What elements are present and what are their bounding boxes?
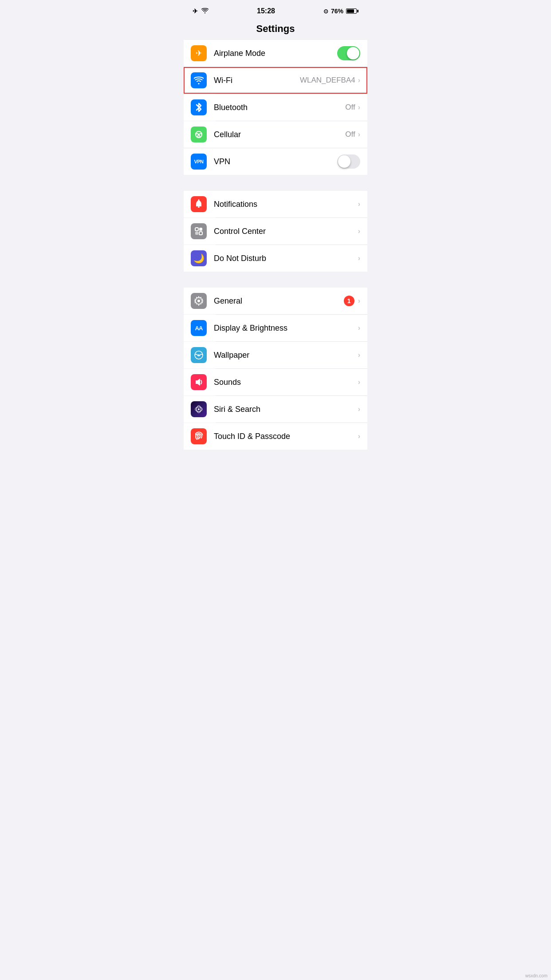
control-center-label: Control Center xyxy=(214,227,358,236)
bluetooth-icon xyxy=(191,99,207,115)
svg-rect-4 xyxy=(195,228,198,231)
cellular-icon xyxy=(191,126,207,142)
notifications-icon xyxy=(191,196,207,212)
row-control-center[interactable]: Control Center › xyxy=(184,218,367,245)
svg-rect-2 xyxy=(198,206,200,208)
svg-rect-5 xyxy=(199,228,202,231)
section-connectivity: ✈ Airplane Mode Wi-Fi WLAN_DEFBA4 › B xyxy=(184,40,367,175)
general-label: General xyxy=(214,296,344,306)
cellular-chevron: › xyxy=(358,130,360,138)
section-system2: General 1 › AA Display & Brightness › Wa… xyxy=(184,288,367,450)
svg-point-1 xyxy=(198,134,200,135)
wifi-label: Wi-Fi xyxy=(214,76,300,85)
status-left-icons: ✈ xyxy=(193,8,209,15)
section-gap-1 xyxy=(184,175,367,191)
general-badge: 1 xyxy=(344,296,354,306)
notifications-label: Notifications xyxy=(214,200,358,209)
bluetooth-value: Off xyxy=(345,103,355,112)
airplane-status-icon: ✈ xyxy=(193,8,198,15)
battery-percent: 76% xyxy=(331,8,343,15)
vpn-icon: VPN xyxy=(191,154,207,170)
siri-icon xyxy=(191,401,207,417)
airplane-label: Airplane Mode xyxy=(214,49,337,58)
lock-icon: ⊙ xyxy=(323,8,328,15)
svg-point-3 xyxy=(198,199,200,201)
svg-point-14 xyxy=(198,408,200,410)
row-vpn[interactable]: VPN VPN xyxy=(184,148,367,175)
siri-chevron: › xyxy=(358,405,360,413)
bluetooth-label: Bluetooth xyxy=(214,103,345,112)
display-brightness-label: Display & Brightness xyxy=(214,324,358,333)
touchid-label: Touch ID & Passcode xyxy=(214,432,358,441)
do-not-disturb-chevron: › xyxy=(358,254,360,262)
section-gap-2 xyxy=(184,272,367,288)
svg-rect-6 xyxy=(195,232,198,235)
sounds-icon xyxy=(191,374,207,390)
wifi-icon xyxy=(191,72,207,88)
row-cellular[interactable]: Cellular Off › xyxy=(184,121,367,148)
row-wallpaper[interactable]: Wallpaper › xyxy=(184,342,367,368)
battery-icon xyxy=(346,8,358,14)
svg-point-8 xyxy=(197,300,200,302)
row-airplane-mode[interactable]: ✈ Airplane Mode xyxy=(184,40,367,67)
control-center-chevron: › xyxy=(358,227,360,235)
status-bar: ✈ 15:28 ⊙ 76% xyxy=(184,0,367,20)
display-brightness-icon: AA xyxy=(191,320,207,336)
status-time: 15:28 xyxy=(257,7,275,15)
siri-label: Siri & Search xyxy=(214,405,358,414)
vpn-toggle[interactable] xyxy=(337,154,360,169)
wallpaper-label: Wallpaper xyxy=(214,351,358,360)
vpn-label: VPN xyxy=(214,157,337,166)
row-do-not-disturb[interactable]: 🌙 Do Not Disturb › xyxy=(184,245,367,272)
svg-rect-7 xyxy=(199,232,202,235)
notifications-chevron: › xyxy=(358,200,360,208)
section-system1: Notifications › Control Center › 🌙 Do No… xyxy=(184,191,367,272)
row-siri[interactable]: Siri & Search › xyxy=(184,396,367,423)
display-brightness-chevron: › xyxy=(358,324,360,332)
bluetooth-chevron: › xyxy=(358,103,360,111)
status-right-icons: ⊙ 76% xyxy=(323,8,358,15)
touchid-icon xyxy=(191,428,207,444)
svg-marker-11 xyxy=(196,379,200,386)
row-sounds[interactable]: Sounds › xyxy=(184,369,367,395)
svg-point-10 xyxy=(198,354,200,356)
general-chevron: › xyxy=(358,297,360,305)
airplane-toggle[interactable] xyxy=(337,46,360,60)
row-wifi[interactable]: Wi-Fi WLAN_DEFBA4 › xyxy=(184,67,367,94)
cellular-value: Off xyxy=(345,130,355,139)
airplane-icon: ✈ xyxy=(191,45,207,61)
do-not-disturb-label: Do Not Disturb xyxy=(214,254,358,263)
control-center-icon xyxy=(191,223,207,239)
wallpaper-chevron: › xyxy=(358,351,360,359)
sounds-label: Sounds xyxy=(214,378,358,387)
wifi-value: WLAN_DEFBA4 xyxy=(300,76,355,85)
row-notifications[interactable]: Notifications › xyxy=(184,191,367,217)
row-general[interactable]: General 1 › xyxy=(184,288,367,314)
sounds-chevron: › xyxy=(358,378,360,386)
page-title: Settings xyxy=(184,23,367,35)
touchid-chevron: › xyxy=(358,432,360,440)
wallpaper-icon xyxy=(191,347,207,363)
wifi-status-icon xyxy=(201,8,209,15)
row-bluetooth[interactable]: Bluetooth Off › xyxy=(184,94,367,121)
general-icon xyxy=(191,293,207,309)
row-touchid[interactable]: Touch ID & Passcode › xyxy=(184,423,367,450)
cellular-label: Cellular xyxy=(214,130,345,139)
do-not-disturb-icon: 🌙 xyxy=(191,250,207,266)
page-header: Settings xyxy=(184,20,367,40)
row-display-brightness[interactable]: AA Display & Brightness › xyxy=(184,315,367,341)
wifi-chevron: › xyxy=(358,76,360,84)
